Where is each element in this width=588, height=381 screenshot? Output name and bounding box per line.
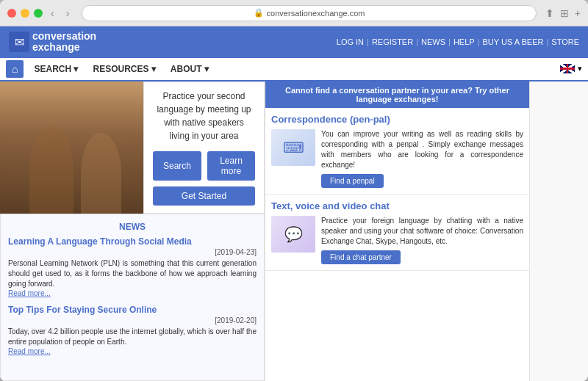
hero-image-inner — [0, 81, 143, 214]
main-content: Practice your second language by meeting… — [0, 81, 588, 381]
chat-section: Text, voice and video chat 💬 Practice yo… — [265, 195, 529, 271]
back-button[interactable]: ‹ — [47, 6, 58, 21]
right-column: Cannot find a conversation partner in yo… — [265, 81, 529, 381]
logo[interactable]: ✉ conversation exchange — [9, 31, 96, 54]
hero-tagline: Practice your second language by meeting… — [153, 90, 255, 142]
store-link[interactable]: STORE — [551, 37, 579, 46]
news-item-1-title[interactable]: Learning A Language Through Social Media — [8, 236, 257, 247]
register-link[interactable]: REGISTER — [372, 37, 413, 46]
news-item-2: Top Tips For Staying Secure Online [2019… — [8, 305, 257, 355]
hero-section: Practice your second language by meeting… — [0, 81, 265, 214]
close-button[interactable] — [7, 9, 16, 18]
help-link[interactable]: HELP — [453, 37, 475, 46]
chat-row: 💬 Practice your foreign language by chat… — [271, 216, 523, 264]
chat-content: Practice your foreign language by chatti… — [321, 216, 523, 264]
home-button[interactable]: ⌂ — [6, 60, 24, 78]
hero-buttons: Search Learn more — [153, 151, 255, 181]
browser-window: ‹ › 🔒 conversationexchange.com ⬆ ⊞ + ✉ c… — [0, 0, 588, 381]
login-link[interactable]: LOG IN — [337, 37, 364, 46]
cannot-find-banner: Cannot find a conversation partner in yo… — [265, 81, 529, 108]
chat-image: 💬 — [271, 216, 315, 253]
hero-text-box: Practice your second language by meeting… — [143, 81, 265, 214]
minimize-button[interactable] — [21, 9, 29, 18]
uk-flag-icon — [560, 64, 575, 73]
news-item-1: Learning A Language Through Social Media… — [8, 236, 257, 297]
news-link[interactable]: NEWS — [421, 37, 445, 46]
news-item-1-date: [2019-04-23] — [8, 248, 257, 256]
tabs-icon[interactable]: ⊞ — [560, 7, 569, 19]
get-started-button[interactable]: Get Started — [153, 186, 255, 206]
penpal-body: You can improve your writing as well as … — [321, 129, 523, 170]
penpal-image: ⌨ — [271, 129, 315, 166]
forward-button[interactable]: › — [62, 6, 74, 21]
sidebar-right — [529, 81, 588, 381]
new-tab-icon[interactable]: + — [575, 7, 581, 19]
news-item-1-body: Personal Learning Network (PLN) is somet… — [8, 258, 257, 289]
language-selector[interactable]: ▾ — [560, 64, 582, 73]
news-item-2-date: [2019-02-20] — [8, 316, 257, 324]
news-item-2-title[interactable]: Top Tips For Staying Secure Online — [8, 305, 257, 315]
browser-titlebar: ‹ › 🔒 conversationexchange.com ⬆ ⊞ + — [0, 0, 588, 26]
browser-content: ✉ conversation exchange LOG IN | REGISTE… — [0, 26, 588, 381]
penpal-row: ⌨ You can improve your writing as well a… — [271, 129, 523, 188]
news-item-1-read-more[interactable]: Read more... — [8, 289, 257, 297]
address-bar[interactable]: 🔒 conversationexchange.com — [82, 5, 536, 21]
header-nav: LOG IN | REGISTER | NEWS | HELP | BUY US… — [337, 37, 579, 46]
share-icon[interactable]: ⬆ — [545, 7, 554, 19]
resources-nav-item[interactable]: RESOURCES ▾ — [85, 59, 162, 79]
news-section: NEWS Learning A Language Through Social … — [0, 214, 265, 381]
find-chat-button[interactable]: Find a chat partner — [321, 250, 401, 264]
chat-title: Text, voice and video chat — [271, 200, 523, 211]
search-button[interactable]: Search — [153, 151, 201, 181]
search-nav-item[interactable]: SEARCH ▾ — [26, 59, 85, 79]
news-section-title: NEWS — [8, 222, 257, 232]
logo-text: conversation exchange — [32, 31, 96, 54]
left-column: Practice your second language by meeting… — [0, 81, 265, 381]
about-nav-item[interactable]: ABOUT ▾ — [163, 59, 216, 79]
learn-more-button[interactable]: Learn more — [207, 151, 255, 181]
penpal-content: You can improve your writing as well as … — [321, 129, 523, 188]
find-penpal-button[interactable]: Find a penpal — [321, 174, 384, 188]
penpal-section: Correspondence (pen-pal) ⌨ You can impro… — [265, 108, 529, 195]
chat-body: Practice your foreign language by chatti… — [321, 216, 523, 247]
news-item-2-read-more[interactable]: Read more... — [8, 347, 257, 355]
maximize-button[interactable] — [34, 9, 43, 18]
toolbar-icons: ⬆ ⊞ + — [545, 7, 581, 19]
site-header: ✉ conversation exchange LOG IN | REGISTE… — [0, 26, 588, 58]
flag-dropdown-icon: ▾ — [578, 64, 582, 73]
site-nav: ⌂ SEARCH ▾ RESOURCES ▾ ABOUT ▾ ▾ — [0, 58, 588, 81]
news-item-2-body: Today, over 4.2 billion people use the i… — [8, 327, 257, 347]
lock-icon: 🔒 — [254, 8, 264, 18]
buy-beer-link[interactable]: BUY US A BEER — [482, 37, 543, 46]
penpal-title: Correspondence (pen-pal) — [271, 114, 523, 125]
url-text: conversationexchange.com — [267, 9, 365, 18]
hero-image — [0, 81, 143, 214]
logo-icon: ✉ — [9, 32, 29, 52]
